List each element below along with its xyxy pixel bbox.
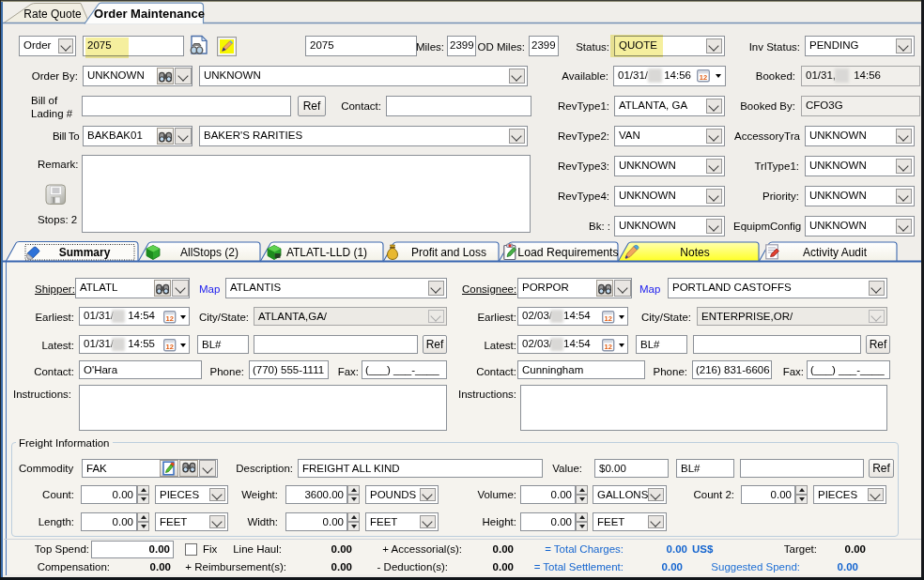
svg-text:Load Requirements: Load Requirements [517, 246, 618, 259]
svg-text:12: 12 [166, 314, 174, 323]
svg-text:AllStops (2): AllStops (2) [180, 246, 239, 259]
svg-text:Rate Quote: Rate Quote [23, 8, 82, 21]
svg-text:12: 12 [605, 343, 612, 351]
svg-text:Order Maintenance: Order Maintenance [94, 7, 205, 21]
svg-text:Summary: Summary [59, 246, 111, 259]
svg-text:12: 12 [605, 314, 612, 323]
svg-text:12: 12 [700, 73, 707, 82]
svg-text:Notes: Notes [680, 246, 709, 259]
svg-text:Profit and Loss: Profit and Loss [411, 246, 486, 259]
svg-text:12: 12 [166, 343, 174, 351]
svg-text:ATLATL-LLD (1): ATLATL-LLD (1) [286, 246, 367, 259]
svg-text:Activity Audit: Activity Audit [803, 246, 868, 259]
